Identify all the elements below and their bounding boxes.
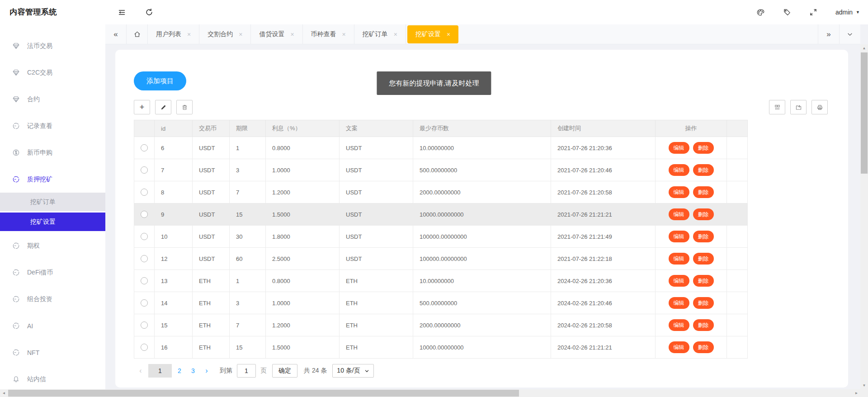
sidebar-subitem-挖矿设置[interactable]: 挖矿设置: [0, 213, 105, 231]
edit-button[interactable]: 编辑: [669, 297, 689, 309]
delete-button[interactable]: 删除: [693, 341, 714, 353]
export-icon[interactable]: [790, 100, 807, 114]
delete-button[interactable]: 删除: [693, 164, 714, 176]
tab-挖矿设置[interactable]: 挖矿设置×: [407, 25, 458, 43]
horizontal-scrollbar[interactable]: ◄ ►: [0, 389, 860, 397]
confirm-page-button[interactable]: 确定: [272, 364, 297, 378]
tab-close-icon[interactable]: ×: [187, 31, 191, 38]
sidebar-item-NFT[interactable]: NFT: [0, 339, 105, 366]
sidebar-item-站内信[interactable]: 站内信: [0, 366, 105, 392]
edit-button[interactable]: 编辑: [669, 341, 689, 353]
vertical-scrollbar[interactable]: ▲ ▼: [860, 44, 868, 389]
prev-page-icon[interactable]: ‹: [134, 367, 147, 375]
sidebar-item-法币交易[interactable]: 法币交易: [0, 33, 105, 59]
edit-row-button[interactable]: [155, 100, 171, 114]
delete-button[interactable]: 删除: [693, 297, 714, 309]
tab-借贷设置[interactable]: 借贷设置×: [251, 24, 302, 44]
tab-bar: « 用户列表×交割合约×借贷设置×币种查看×挖矿订单×挖矿设置× »: [105, 24, 860, 44]
delete-button[interactable]: 删除: [693, 142, 714, 154]
vertical-scrollbar-thumb[interactable]: [861, 52, 868, 174]
row-radio[interactable]: [141, 211, 148, 218]
edit-button[interactable]: 编辑: [669, 319, 689, 331]
next-page-icon[interactable]: ›: [200, 367, 213, 375]
edit-button[interactable]: 编辑: [669, 253, 689, 265]
cell-coin: USDT: [193, 226, 230, 248]
tabs-dropdown-icon[interactable]: [839, 24, 860, 44]
delete-button[interactable]: 删除: [693, 253, 714, 265]
scroll-right-icon[interactable]: ►: [853, 389, 860, 397]
tab-挖矿订单[interactable]: 挖矿订单×: [354, 24, 406, 44]
menu-collapse-icon[interactable]: [118, 8, 126, 17]
tabs-scroll-left-icon[interactable]: «: [105, 24, 127, 44]
row-radio[interactable]: [141, 344, 148, 351]
print-icon[interactable]: [811, 100, 828, 114]
scroll-down-icon[interactable]: ▼: [860, 382, 868, 389]
sidebar-subitem-挖矿订单[interactable]: 挖矿订单: [0, 193, 105, 211]
cell-id: 14: [155, 292, 193, 314]
edit-button[interactable]: 编辑: [669, 275, 689, 287]
row-radio[interactable]: [141, 277, 148, 284]
row-radio[interactable]: [141, 166, 148, 174]
row-radio[interactable]: [141, 255, 148, 262]
delete-button[interactable]: 删除: [693, 275, 714, 287]
edit-button[interactable]: 编辑: [669, 186, 689, 198]
table-row: 8USDT71.2000USDT2000.000000002021-07-26 …: [134, 181, 748, 203]
sidebar-item-label: 质押挖矿: [27, 175, 52, 184]
sidebar-item-合约[interactable]: 合约: [0, 86, 105, 113]
row-radio[interactable]: [141, 144, 148, 151]
cell-period: 30: [230, 226, 266, 248]
sidebar-item-新币申购[interactable]: 新币申购: [0, 139, 105, 166]
add-project-button[interactable]: 添加项目: [134, 71, 186, 90]
edit-button[interactable]: 编辑: [669, 164, 689, 176]
tabs-scroll-right-icon[interactable]: »: [818, 24, 839, 44]
horizontal-scrollbar-thumb[interactable]: [8, 390, 519, 397]
sidebar-item-期权[interactable]: 期权: [0, 232, 105, 259]
user-menu[interactable]: admin ▼: [835, 9, 860, 16]
page-link[interactable]: 2: [173, 367, 186, 374]
tab-close-icon[interactable]: ×: [239, 31, 242, 38]
row-radio[interactable]: [141, 321, 148, 329]
refresh-icon[interactable]: [145, 8, 153, 16]
edit-button[interactable]: 编辑: [669, 142, 689, 154]
edit-button[interactable]: 编辑: [669, 208, 689, 220]
tag-icon[interactable]: [783, 8, 791, 16]
row-radio[interactable]: [141, 299, 148, 307]
row-radio[interactable]: [141, 189, 148, 196]
page-current[interactable]: 1: [148, 364, 172, 378]
delete-button[interactable]: 删除: [693, 186, 714, 198]
tab-close-icon[interactable]: ×: [394, 31, 397, 38]
sidebar-item-label: DeFi借币: [27, 269, 53, 277]
page-link[interactable]: 3: [186, 367, 200, 374]
goto-label: 到第: [220, 367, 232, 375]
sidebar-item-质押挖矿[interactable]: 质押挖矿: [0, 166, 105, 193]
sidebar-item-组合投资[interactable]: 组合投资: [0, 286, 105, 312]
cell-interest: 1.0000: [266, 159, 340, 181]
fullscreen-icon[interactable]: [809, 8, 817, 16]
tab-交割合约[interactable]: 交割合约×: [199, 24, 251, 44]
theme-palette-icon[interactable]: [756, 8, 765, 17]
goto-page-input[interactable]: [237, 364, 256, 378]
sidebar-item-C2C交易[interactable]: C2C交易: [0, 59, 105, 86]
scroll-left-icon[interactable]: ◄: [0, 389, 8, 397]
add-row-button[interactable]: +: [134, 100, 150, 114]
top-bar: 内容管理系统: [0, 0, 868, 24]
tab-币种查看[interactable]: 币种查看×: [303, 24, 354, 44]
tab-close-icon[interactable]: ×: [290, 31, 294, 38]
tab-close-icon[interactable]: ×: [447, 31, 450, 38]
sidebar-item-记录查看[interactable]: 记录查看: [0, 113, 105, 139]
page-size-select[interactable]: 10 条/页: [332, 364, 373, 378]
sidebar-item-DeFi借币[interactable]: DeFi借币: [0, 259, 105, 286]
row-radio[interactable]: [141, 233, 148, 240]
tab-close-icon[interactable]: ×: [342, 31, 346, 38]
columns-filter-icon[interactable]: [769, 100, 785, 114]
sidebar-item-AI[interactable]: AI: [0, 312, 105, 339]
delete-button[interactable]: 删除: [693, 208, 714, 220]
delete-row-button[interactable]: [176, 100, 193, 114]
edit-button[interactable]: 编辑: [669, 231, 689, 242]
tab-home[interactable]: [127, 24, 148, 44]
delete-button[interactable]: 删除: [693, 319, 714, 331]
cell-coin: USDT: [193, 248, 230, 270]
tab-用户列表[interactable]: 用户列表×: [148, 24, 199, 44]
scroll-up-icon[interactable]: ▲: [860, 44, 868, 52]
delete-button[interactable]: 删除: [693, 231, 714, 242]
